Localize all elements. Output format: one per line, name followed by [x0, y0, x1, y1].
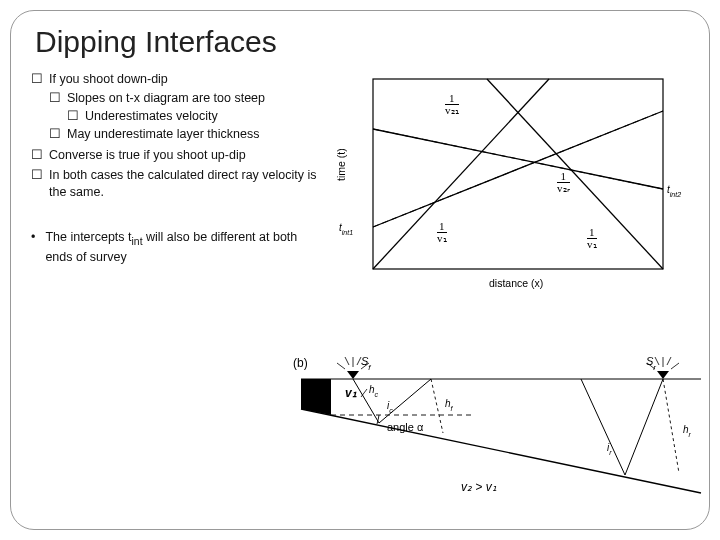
bullet-1a1: ☐ Underestimates velocity [67, 108, 321, 125]
bullet-3: ☐ In both cases the calculated direct ra… [31, 167, 321, 201]
frac-v21: 1v₂₁ [445, 93, 475, 119]
ineq-label: v₂ > v₁ [461, 480, 497, 494]
square-bullet-icon: ☐ [49, 126, 61, 143]
lower-sub: int [132, 236, 143, 247]
slide-title: Dipping Interfaces [35, 25, 689, 59]
ic-label: ic [387, 400, 393, 414]
hr-label: hr [683, 424, 692, 438]
frac-v1-right: 1v₁ [587, 227, 613, 253]
bullet-1: ☐ If you shoot down-dip [31, 71, 321, 88]
ray-sf-down [353, 379, 379, 423]
bullet-1b-text: May underestimate layer thickness [67, 126, 259, 143]
bullet-1-text: If you shoot down-dip [49, 71, 168, 88]
x-axis-label: distance (x) [489, 277, 543, 289]
frac-v2r: 1v₂ᵣ [557, 171, 587, 197]
cross-section-svg: (b) Sf Sr [291, 353, 711, 508]
lower-text-a: The intercepts t [45, 230, 131, 244]
v1-label: v₁ [345, 386, 357, 400]
content-row: ☐ If you shoot down-dip ☐ Slopes on t-x … [31, 71, 689, 301]
square-bullet-icon: ☐ [67, 108, 79, 125]
hf-label: hf [445, 398, 454, 412]
svg-line-11 [667, 357, 671, 365]
svg-line-9 [671, 363, 679, 369]
interface-line [301, 409, 701, 493]
ray-sr-up [581, 379, 625, 475]
hc-arrow [361, 389, 367, 397]
figure-column: time (t) distance (x) tint1 tint2 [329, 71, 701, 301]
panel-label: (b) [293, 356, 308, 370]
slide-frame: Dipping Interfaces ☐ If you shoot down-d… [10, 10, 710, 530]
bullet-2: ☐ Converse is true if you shoot up-dip [31, 147, 321, 164]
tx-diagram: time (t) distance (x) tint1 tint2 [329, 71, 701, 301]
plot-frame [373, 79, 663, 269]
dot-bullet-icon: • [31, 229, 35, 265]
svg-line-4 [345, 357, 349, 365]
wedge-shade [301, 379, 331, 415]
cross-section-figure: (b) Sf Sr [291, 353, 720, 508]
square-bullet-icon: ☐ [49, 90, 61, 107]
hc-label: hc [369, 384, 379, 398]
y-axis-label: time (t) [335, 148, 347, 181]
bullet-2-text: Converse is true if you shoot up-dip [49, 147, 246, 164]
tint1-label: tint1 [339, 222, 353, 236]
square-bullet-icon: ☐ [31, 147, 43, 164]
hr-line [663, 379, 679, 473]
lower-bullet-text: The intercepts tint will also be differe… [45, 229, 321, 265]
bullet-column: ☐ If you shoot down-dip ☐ Slopes on t-x … [31, 71, 321, 301]
shot-left-label: Sf [361, 355, 371, 372]
tint2-label: tint2 [667, 184, 681, 198]
ray-sr-down [625, 379, 663, 475]
angle-label: angle α [387, 421, 424, 433]
svg-marker-6 [657, 371, 669, 379]
bullet-1b: ☐ May underestimate layer thickness [49, 126, 321, 143]
ir-label: ir [607, 442, 612, 456]
bullet-1a: ☐ Slopes on t-x diagram are too steep [49, 90, 321, 107]
frac-v1-left: 1v₁ [437, 221, 463, 247]
svg-line-2 [337, 363, 345, 369]
bullet-1a1-text: Underestimates velocity [85, 108, 218, 125]
svg-marker-0 [347, 371, 359, 379]
bullet-3-text: In both cases the calculated direct ray … [49, 167, 321, 201]
lower-bullet: • The intercepts tint will also be diffe… [31, 229, 321, 265]
bullet-1a-text: Slopes on t-x diagram are too steep [67, 90, 265, 107]
square-bullet-icon: ☐ [31, 167, 43, 201]
hf-line [431, 379, 443, 433]
square-bullet-icon: ☐ [31, 71, 43, 88]
